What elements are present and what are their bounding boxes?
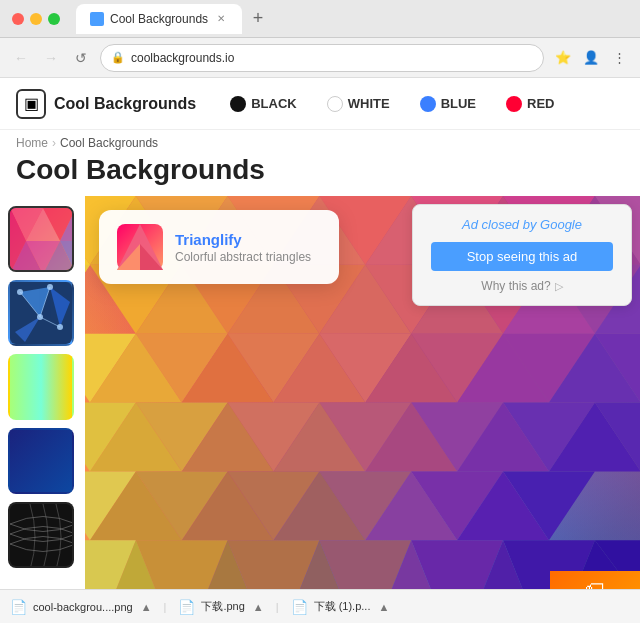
tab-close-icon[interactable]: ✕ (214, 12, 228, 26)
dl-icon-2: 📄 (178, 599, 195, 615)
color-pill-red[interactable]: RED (496, 92, 564, 116)
logo-symbol: ▣ (24, 94, 39, 113)
featured-title: Trianglify (175, 231, 311, 248)
active-tab[interactable]: Cool Backgrounds ✕ (76, 4, 242, 34)
svg-point-16 (17, 289, 23, 295)
blue-dot (420, 96, 436, 112)
why-arrow-icon: ▷ (555, 280, 563, 293)
breadcrumb-sep: › (52, 136, 56, 150)
dl-sep-2: | (276, 601, 279, 613)
breadcrumb: Home › Cool Backgrounds (0, 130, 640, 154)
featured-item-card: Trianglify Colorful abstract triangles (99, 210, 339, 284)
breadcrumb-area: Home › Cool Backgrounds Cool Backgrounds (0, 130, 640, 196)
lock-icon: 🔒 (111, 51, 125, 64)
svg-marker-35 (85, 265, 90, 334)
dl-name-2: 下载.png (201, 599, 244, 614)
stop-seeing-ad-button[interactable]: Stop seeing this ad (431, 242, 613, 271)
dl-arrow-2[interactable]: ▲ (253, 601, 264, 613)
dl-icon-1: 📄 (10, 599, 27, 615)
refresh-button[interactable]: ↺ (70, 47, 92, 69)
tab-favicon (90, 12, 104, 26)
featured-text: Trianglify Colorful abstract triangles (175, 231, 311, 264)
sidebar-thumb-gradient[interactable] (8, 354, 74, 420)
site-logo: ▣ Cool Backgrounds (16, 89, 196, 119)
black-label: BLACK (251, 96, 297, 111)
download-item-1: 📄 cool-backgrou....png ▲ (10, 599, 152, 615)
back-button[interactable]: ← (10, 47, 32, 69)
ad-closed-header: Ad closed by Google (431, 217, 613, 232)
geo-thumb-svg (10, 282, 74, 346)
main-area: Trianglify Colorful abstract triangles A… (0, 196, 640, 589)
nav-icons: ⭐ 👤 ⋮ (552, 47, 630, 69)
url-text: coolbackgrounds.io (131, 51, 533, 65)
browser-navbar: ← → ↺ 🔒 coolbackgrounds.io ⭐ 👤 ⋮ (0, 38, 640, 78)
page-title-area: Cool Backgrounds (0, 154, 640, 196)
sidebar (0, 196, 85, 589)
sidebar-thumb-dark[interactable] (8, 428, 74, 494)
svg-point-18 (37, 314, 43, 320)
ad-closed-overlay: Ad closed by Google Stop seeing this ad … (412, 204, 632, 306)
svg-point-19 (57, 324, 63, 330)
address-bar[interactable]: 🔒 coolbackgrounds.io (100, 44, 544, 72)
logo-icon: ▣ (16, 89, 46, 119)
traffic-lights (12, 13, 60, 25)
red-label: RED (527, 96, 554, 111)
download-item-2: 📄 下载.png ▲ (178, 599, 263, 615)
featured-description: Colorful abstract triangles (175, 250, 311, 264)
color-pills: BLACK WHITE BLUE RED (220, 92, 564, 116)
featured-icon-svg (117, 224, 163, 270)
color-pill-white[interactable]: WHITE (317, 92, 400, 116)
black-dot (230, 96, 246, 112)
color-pill-black[interactable]: BLACK (220, 92, 307, 116)
svg-rect-20 (10, 504, 74, 568)
breadcrumb-home[interactable]: Home (16, 136, 48, 150)
svg-point-17 (47, 284, 53, 290)
menu-icon[interactable]: ⋮ (608, 47, 630, 69)
white-dot (327, 96, 343, 112)
sidebar-thumb-geo[interactable] (8, 280, 74, 346)
dl-name-3: 下载 (1).p... (314, 599, 371, 614)
featured-icon (117, 224, 163, 270)
page-content: ▣ Cool Backgrounds BLACK WHITE BLUE RED (0, 78, 640, 589)
breadcrumb-current: Cool Backgrounds (60, 136, 158, 150)
minimize-button[interactable] (30, 13, 42, 25)
trianglify-thumb-svg (10, 208, 74, 272)
sidebar-thumb-trianglify[interactable] (8, 206, 74, 272)
browser-titlebar: Cool Backgrounds ✕ + (0, 0, 640, 38)
wire-thumb-svg (10, 504, 74, 568)
white-label: WHITE (348, 96, 390, 111)
ad-brand: Google (540, 217, 582, 232)
site-header: ▣ Cool Backgrounds BLACK WHITE BLUE RED (0, 78, 640, 130)
ad-closed-text: Ad closed by (462, 217, 536, 232)
watermark-icon: 🏷 (585, 578, 605, 589)
dl-icon-3: 📄 (291, 599, 308, 615)
tab-title: Cool Backgrounds (110, 12, 208, 26)
forward-button[interactable]: → (40, 47, 62, 69)
why-this-ad-link[interactable]: Why this ad? ▷ (431, 279, 613, 293)
browser-tabs: Cool Backgrounds ✕ + (76, 4, 270, 34)
bg-canvas: Trianglify Colorful abstract triangles A… (85, 196, 640, 589)
extensions-icon[interactable]: ⭐ (552, 47, 574, 69)
color-pill-blue[interactable]: BLUE (410, 92, 486, 116)
close-button[interactable] (12, 13, 24, 25)
red-dot (506, 96, 522, 112)
why-label: Why this ad? (481, 279, 550, 293)
blue-label: BLUE (441, 96, 476, 111)
new-tab-button[interactable]: + (246, 7, 270, 31)
dl-sep-1: | (164, 601, 167, 613)
dl-arrow-1[interactable]: ▲ (141, 601, 152, 613)
dl-name-1: cool-backgrou....png (33, 601, 133, 613)
dl-arrow-3[interactable]: ▲ (378, 601, 389, 613)
page-title: Cool Backgrounds (16, 154, 624, 186)
profile-icon[interactable]: 👤 (580, 47, 602, 69)
downloads-bar: 📄 cool-backgrou....png ▲ | 📄 下载.png ▲ | … (0, 589, 640, 623)
watermark: 🏷 鼎品软件 (550, 571, 640, 589)
logo-text: Cool Backgrounds (54, 95, 196, 113)
download-item-3: 📄 下载 (1).p... ▲ (291, 599, 390, 615)
maximize-button[interactable] (48, 13, 60, 25)
sidebar-thumb-wire[interactable] (8, 502, 74, 568)
